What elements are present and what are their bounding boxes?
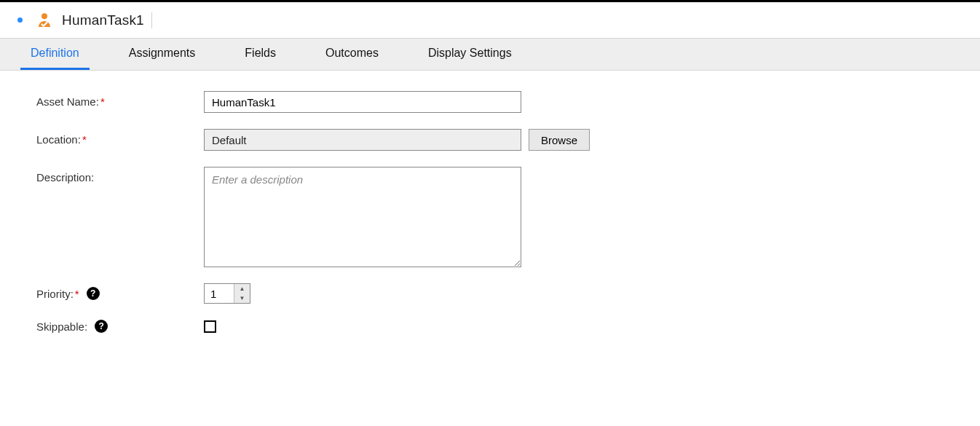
help-icon[interactable]: ?: [95, 320, 108, 333]
required-mark: *: [75, 288, 79, 300]
asset-name-label-text: Asset Name:: [36, 95, 99, 108]
label-priority: Priority: * ?: [36, 287, 204, 300]
tab-outcomes[interactable]: Outcomes: [315, 39, 389, 70]
priority-input[interactable]: [205, 284, 234, 303]
row-description: Description:: [36, 167, 980, 267]
tab-assignments[interactable]: Assignments: [119, 39, 206, 70]
browse-button[interactable]: Browse: [529, 129, 590, 151]
description-textarea[interactable]: [204, 167, 521, 267]
label-asset-name: Asset Name: *: [36, 91, 204, 108]
required-mark: *: [82, 133, 87, 146]
title-divider: [151, 12, 152, 28]
location-input[interactable]: [204, 129, 521, 151]
tab-display-settings[interactable]: Display Settings: [418, 39, 522, 70]
description-label-text: Description:: [36, 171, 94, 184]
modified-indicator-icon: [17, 17, 23, 23]
row-priority: Priority: * ? ▲ ▼: [36, 283, 980, 304]
header-bar: HumanTask1: [0, 0, 980, 39]
form-panel: Asset Name: * Location: * Browse Descrip…: [0, 71, 980, 426]
priority-label-text: Priority:: [36, 288, 74, 300]
help-icon[interactable]: ?: [87, 287, 100, 300]
tab-definition[interactable]: Definition: [20, 39, 90, 70]
label-skippable: Skippable: ?: [36, 320, 204, 333]
skippable-label-text: Skippable:: [36, 320, 87, 333]
location-label-text: Location:: [36, 133, 81, 146]
label-description: Description:: [36, 167, 204, 184]
asset-name-input[interactable]: [204, 91, 521, 113]
human-task-icon: [36, 12, 53, 29]
svg-point-0: [42, 13, 47, 19]
skippable-checkbox[interactable]: [204, 320, 216, 333]
tab-bar: Definition Assignments Fields Outcomes D…: [0, 39, 980, 71]
priority-stepper-buttons: ▲ ▼: [234, 284, 250, 303]
row-asset-name: Asset Name: *: [36, 91, 980, 113]
required-mark: *: [100, 95, 105, 108]
priority-step-up[interactable]: ▲: [234, 284, 250, 293]
page-title: HumanTask1: [62, 12, 144, 28]
tab-fields[interactable]: Fields: [234, 39, 286, 70]
label-location: Location: *: [36, 129, 204, 146]
row-skippable: Skippable: ?: [36, 320, 980, 333]
priority-step-down[interactable]: ▼: [234, 293, 250, 303]
row-location: Location: * Browse: [36, 129, 980, 151]
priority-stepper[interactable]: ▲ ▼: [204, 283, 250, 304]
